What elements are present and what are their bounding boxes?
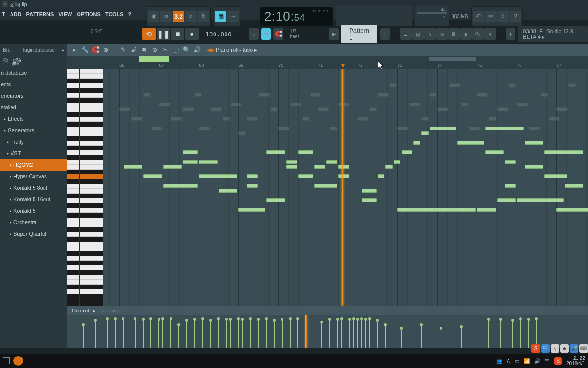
velocity-handle[interactable] [511, 319, 514, 322]
browser-item[interactable]: ▸HQGM2 [0, 159, 67, 171]
velocity-bar[interactable] [290, 319, 291, 348]
piano-key[interactable] [67, 179, 103, 184]
fl-taskbar-icon[interactable] [13, 356, 23, 366]
tray-vol-icon[interactable]: 🔊 [534, 358, 540, 364]
clock-date[interactable]: 2018/4/1 [566, 361, 585, 366]
velocity-bar[interactable] [341, 319, 342, 348]
piano-key[interactable] [67, 208, 103, 213]
piano-key[interactable] [67, 83, 103, 88]
midi-note[interactable] [457, 141, 484, 145]
browser-item[interactable]: ▸Hyper Canvas [0, 171, 67, 182]
velocity-handle[interactable] [356, 318, 359, 321]
midi-note[interactable] [565, 184, 584, 188]
velocity-handle[interactable] [193, 318, 196, 321]
midi-note[interactable] [505, 160, 516, 164]
velocity-handle[interactable] [487, 318, 490, 321]
midi-note[interactable] [485, 150, 504, 154]
save-icon[interactable]: ⬇ [506, 28, 516, 40]
velocity-bar[interactable] [500, 319, 501, 348]
piano-key[interactable] [67, 79, 103, 83]
velocity-handle[interactable] [241, 318, 244, 321]
menu-patterns[interactable]: PATTERNS [26, 12, 54, 17]
piano-key[interactable] [67, 218, 103, 222]
channelrack-icon[interactable]: ♫ [424, 28, 436, 40]
snap-value[interactable]: 1/2 beat [286, 27, 308, 41]
piano-key[interactable] [67, 246, 103, 251]
browser-item[interactable]: ects [0, 79, 67, 90]
midi-note[interactable] [338, 174, 349, 178]
midi-note[interactable] [378, 174, 385, 178]
close-icon[interactable]: × [2, 1, 8, 7]
velocity-bar[interactable] [194, 319, 195, 348]
velocity-handle[interactable] [122, 317, 124, 320]
pr-stamp-icon[interactable]: ⊜ [102, 46, 110, 54]
piano-key[interactable] [67, 294, 103, 299]
step-rec-icon[interactable]: → [227, 11, 239, 22]
velocity-handle[interactable] [225, 318, 228, 321]
velocity-handle[interactable] [201, 317, 204, 320]
velocity-handle[interactable] [217, 317, 220, 320]
midi-note[interactable] [286, 165, 297, 169]
menu-view[interactable]: VIEW [58, 12, 72, 17]
piano-key[interactable] [67, 155, 103, 160]
pr-keyboard[interactable] [67, 69, 103, 306]
midi-note[interactable] [247, 184, 258, 188]
midi-note[interactable] [362, 198, 377, 202]
velocity-handle[interactable] [94, 319, 97, 322]
velocity-bar[interactable] [178, 325, 179, 348]
velocity-handle[interactable] [352, 317, 355, 320]
velocity-handle[interactable] [82, 323, 85, 326]
velocity-bar[interactable] [123, 319, 124, 348]
pr-play-icon[interactable]: 🔊 [192, 46, 201, 54]
piano-key[interactable] [67, 165, 103, 170]
midi-note[interactable] [247, 174, 258, 178]
piano-key[interactable] [67, 270, 103, 275]
velocity-bar[interactable] [282, 319, 283, 348]
velocity-handle[interactable] [420, 323, 423, 326]
snap-icon[interactable]: 🧲 [273, 28, 283, 40]
taskview-icon[interactable] [3, 357, 10, 364]
velocity-bar[interactable] [115, 319, 116, 348]
velocity-bar[interactable] [361, 319, 362, 348]
pr-paint-icon[interactable]: 🖌 [129, 46, 138, 54]
piano-key[interactable] [67, 146, 103, 150]
piano-key[interactable] [67, 141, 103, 146]
piano-key[interactable] [67, 112, 103, 117]
velocity-bar[interactable] [226, 319, 227, 348]
velocity-bar[interactable] [441, 328, 441, 348]
menu-add[interactable]: ADD [10, 12, 22, 17]
velocity-handle[interactable] [106, 317, 109, 320]
velocity-handle[interactable] [400, 327, 403, 330]
velocity-handle[interactable] [289, 317, 292, 320]
velocity-handle[interactable] [328, 318, 331, 321]
piano-key[interactable] [67, 174, 103, 179]
playlist-icon[interactable]: ☰ [400, 28, 412, 40]
piano-key[interactable] [67, 170, 103, 174]
browser-item[interactable]: ▸Super Quartet [0, 228, 67, 240]
velocity-bar[interactable] [250, 319, 251, 348]
velocity-handle[interactable] [460, 325, 463, 328]
velocity-handle[interactable] [296, 317, 299, 320]
velocity-handle[interactable] [499, 318, 502, 321]
velocity-handle[interactable] [519, 317, 522, 320]
midi-note[interactable] [124, 165, 143, 169]
velocity-bar[interactable] [421, 325, 422, 348]
tempo-tap-icon[interactable]: ↯ [484, 28, 496, 40]
piano-key[interactable] [67, 280, 103, 285]
velocity-handle[interactable] [134, 317, 136, 320]
piano-key[interactable] [67, 126, 103, 131]
velocity-handle[interactable] [177, 323, 180, 326]
velocity-editor[interactable] [67, 315, 588, 348]
midi-note[interactable] [505, 184, 516, 188]
velocity-bar[interactable] [258, 319, 259, 348]
velocity-handle[interactable] [440, 327, 442, 330]
pat-toggle[interactable]: ⟲ [142, 28, 156, 40]
velocity-bar[interactable] [107, 319, 108, 348]
midi-note[interactable] [544, 150, 567, 154]
browser-copy-icon[interactable]: ⎘ [3, 57, 8, 66]
velocity-handle[interactable] [336, 318, 339, 321]
midi-note[interactable] [362, 189, 377, 193]
velocity-handle[interactable] [320, 321, 323, 323]
pattern-selector[interactable]: Pattern 1 [341, 25, 377, 43]
velocity-bar[interactable] [488, 319, 489, 348]
